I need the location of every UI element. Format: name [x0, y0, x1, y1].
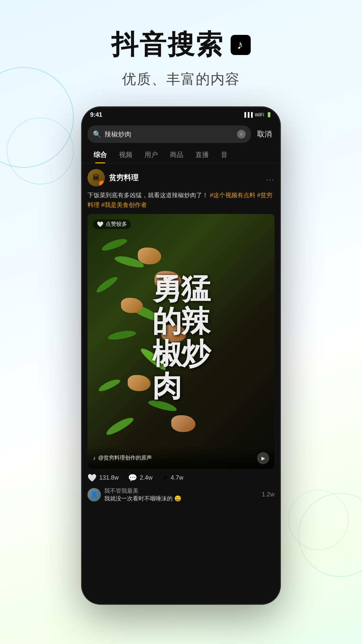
- comment-count: 2.4w: [140, 474, 153, 481]
- verified-badge: ✓: [99, 180, 105, 186]
- likes-badge-text: 点赞较多: [106, 221, 127, 228]
- content-area: 🏛 ✓ 贫穷料理 ... 下饭菜到底有多凶猛，就看这道辣椒炒肉了！ #这个视频有…: [82, 164, 280, 604]
- commenter-avatar: 👤: [87, 488, 101, 501]
- wifi-icon: WiFi: [255, 112, 264, 117]
- comment-preview-count: 1.2w: [262, 491, 275, 498]
- post-desc-text: 下饭菜到底有多凶猛，就看这道辣椒炒肉了！: [87, 192, 210, 199]
- commenter-name[interactable]: 我不管我最美: [104, 487, 258, 495]
- more-options-icon[interactable]: ...: [266, 173, 275, 182]
- search-input-box[interactable]: 🔍 辣椒炒肉 ✕: [87, 125, 251, 143]
- comment-button[interactable]: 💬 2.4w: [128, 474, 153, 482]
- interaction-bar: 🤍 131.8w 💬 2.4w ↗ 4.7w: [82, 469, 280, 487]
- like-count: 131.8w: [99, 474, 119, 481]
- like-button[interactable]: 🤍 131.8w: [87, 474, 119, 482]
- search-icon: 🔍: [93, 130, 101, 138]
- tab-comprehensive[interactable]: 综合: [87, 146, 113, 163]
- comment-preview: 👤 我不管我最美 我就没一次看时不咽唾沫的 😄 1.2w: [82, 487, 280, 506]
- calligraphy-overlay: 勇猛的辣椒炒肉: [98, 234, 264, 442]
- comment-text: 我就没一次看时不咽唾沫的 😄: [104, 495, 258, 502]
- audio-info-text[interactable]: @贫穷料理创作的原声: [98, 454, 254, 462]
- play-button[interactable]: ▶: [257, 452, 269, 464]
- search-query-text: 辣椒炒肉: [105, 130, 234, 139]
- share-icon: ↗: [162, 474, 168, 482]
- music-note-icon: ♪: [237, 38, 244, 52]
- share-count: 4.7w: [171, 474, 183, 481]
- hashtag-3[interactable]: #我是美食创作者: [101, 202, 147, 208]
- phone-mockup: 9:41 ▐▐▐ WiFi 🔋 🔍 辣椒炒肉 ✕ 取消 综合 视频: [82, 107, 280, 604]
- search-bar-container: 🔍 辣椒炒肉 ✕ 取消: [82, 122, 280, 146]
- video-container[interactable]: 🤍 点赞较多 勇猛的辣椒炒肉 ♪ @贫穷料理创作的原声 ▶: [87, 214, 275, 469]
- post-header: 🏛 ✓ 贫穷料理 ...: [82, 164, 280, 189]
- video-overlay: 🤍 点赞较多 勇猛的辣椒炒肉 ♪ @贫穷料理创作的原声 ▶: [87, 214, 275, 469]
- decorative-circle-4: [288, 490, 349, 550]
- header-area: 抖音搜索 ♪ 优质、丰富的内容: [0, 0, 362, 102]
- tab-product[interactable]: 商品: [164, 146, 189, 163]
- video-bottom-bar: ♪ @贫穷料理创作的原声 ▶: [87, 445, 275, 469]
- title-text: 抖音搜索: [111, 27, 224, 63]
- tab-user[interactable]: 用户: [138, 146, 164, 163]
- hashtag-1[interactable]: #这个视频有点料: [210, 192, 257, 199]
- status-bar: 9:41 ▐▐▐ WiFi 🔋: [82, 107, 280, 122]
- likes-badge: 🤍 点赞较多: [93, 219, 131, 229]
- tab-audio[interactable]: 音: [215, 146, 234, 163]
- tab-video[interactable]: 视频: [113, 146, 138, 163]
- status-time: 9:41: [90, 111, 102, 118]
- calligraphy-text: 勇猛的辣椒炒肉: [152, 273, 210, 403]
- phone-screen: 9:41 ▐▐▐ WiFi 🔋 🔍 辣椒炒肉 ✕ 取消 综合 视频: [82, 107, 280, 604]
- status-icons: ▐▐▐ WiFi 🔋: [243, 112, 272, 117]
- battery-icon: 🔋: [266, 112, 272, 117]
- share-button[interactable]: ↗ 4.7w: [162, 474, 183, 482]
- tiktok-brand-icon: ♪: [231, 35, 251, 55]
- comment-content: 我不管我最美 我就没一次看时不咽唾沫的 😄: [104, 487, 258, 502]
- heart-icon: 🤍: [87, 474, 97, 482]
- search-clear-button[interactable]: ✕: [237, 130, 246, 139]
- search-cancel-button[interactable]: 取消: [254, 129, 275, 139]
- tiktok-small-icon: ♪: [93, 455, 96, 461]
- decorative-circle-2: [7, 117, 74, 184]
- heart-icon: 🤍: [97, 221, 104, 227]
- tab-live[interactable]: 直播: [189, 146, 215, 163]
- signal-icon: ▐▐▐: [243, 112, 253, 117]
- comment-icon: 💬: [128, 474, 137, 482]
- avatar[interactable]: 🏛 ✓: [87, 169, 105, 186]
- subtitle-text: 优质、丰富的内容: [0, 70, 362, 89]
- tabs-container: 综合 视频 用户 商品 直播 音: [82, 146, 280, 164]
- post-description: 下饭菜到底有多凶猛，就看这道辣椒炒肉了！ #这个视频有点料 #贫穷料理 #我是美…: [82, 189, 280, 214]
- post-username[interactable]: 贫穷料理: [109, 173, 262, 183]
- main-title: 抖音搜索 ♪: [0, 27, 362, 63]
